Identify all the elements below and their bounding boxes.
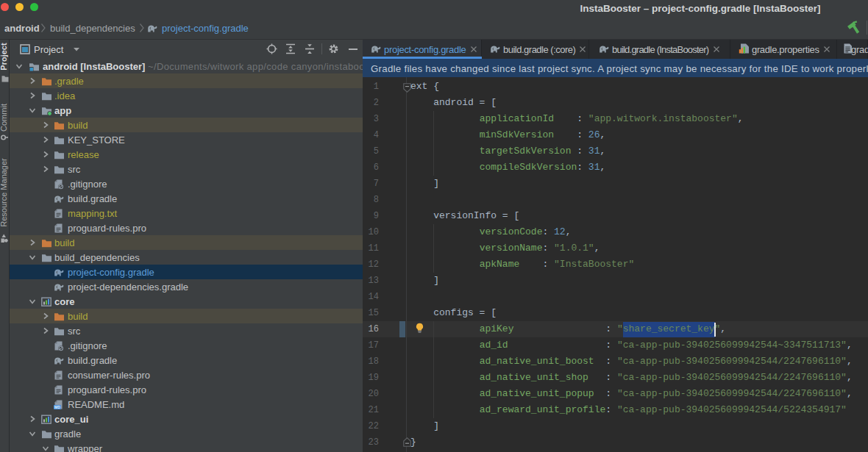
svg-text:MD: MD bbox=[54, 404, 60, 409]
